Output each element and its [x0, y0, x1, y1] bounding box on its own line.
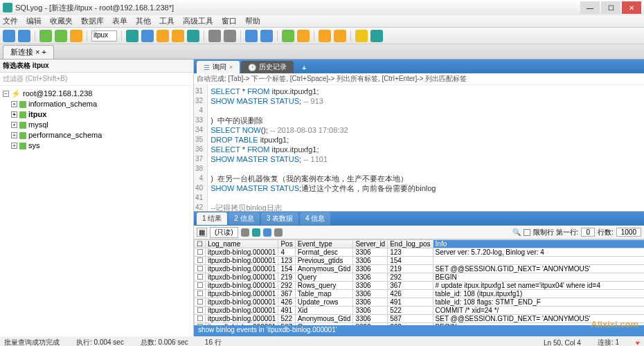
- table-row[interactable]: itpuxdb-binlog.000001123Previous_gtids33…: [195, 257, 645, 265]
- search-icon[interactable]: 🔍: [512, 228, 521, 236]
- connection-tab[interactable]: 新连接 × +: [3, 45, 54, 59]
- users-icon[interactable]: [126, 30, 138, 42]
- status-rows: 16 行: [205, 338, 222, 346]
- status-conn: 连接: 1: [598, 338, 619, 346]
- filter-label: 筛选表格 itpux: [3, 61, 49, 71]
- status-pos: Ln 50, Col 4: [544, 339, 581, 347]
- new-query-icon[interactable]: [18, 30, 30, 42]
- export-icon[interactable]: [252, 228, 260, 237]
- menu-favorites[interactable]: 收藏夹: [50, 16, 73, 26]
- backup-icon[interactable]: [156, 30, 169, 42]
- status-done: 批量查询成功完成: [4, 338, 60, 346]
- query-builder-icon[interactable]: [224, 30, 236, 42]
- filter-input[interactable]: 过滤器 (Ctrl+Shift+B): [0, 73, 193, 86]
- sync-icon[interactable]: [297, 30, 310, 42]
- object-browser: 筛选表格 itpux 过滤器 (Ctrl+Shift+B) −⚡root@192…: [0, 60, 194, 336]
- tree-db-sys[interactable]: +sys: [3, 140, 190, 151]
- tool-icon[interactable]: [241, 228, 249, 237]
- menu-window[interactable]: 窗口: [222, 16, 237, 26]
- close-button[interactable]: ✕: [622, 1, 641, 14]
- close-icon[interactable]: ×: [35, 48, 39, 56]
- menu-bar: 文件 编辑 收藏夹 数据库 表单 其他 工具 高级工具 窗口 帮助: [0, 15, 644, 28]
- app-icon: [3, 3, 12, 12]
- data2-icon[interactable]: [260, 30, 273, 42]
- table-row[interactable]: itpuxdb-binlog.000001219Query3306292BEGI…: [195, 273, 645, 282]
- count-label: 行数:: [598, 228, 614, 237]
- import-icon[interactable]: [172, 30, 184, 42]
- window-title: SQLyog - [新连接/itpux - root@192.168.1.238…: [15, 3, 579, 13]
- query-status: show binlog events in 'itpuxdb-binlog.00…: [194, 325, 644, 336]
- refresh-icon[interactable]: [282, 30, 294, 42]
- toolbar: itpux: [0, 28, 644, 44]
- schema-tree: −⚡root@192.168.1.238 +information_schema…: [0, 86, 193, 336]
- limit-label: 限制行 第一行:: [533, 228, 579, 237]
- limit-checkbox[interactable]: [524, 229, 530, 236]
- table-row[interactable]: itpuxdb-binlog.000001292Rows_query330636…: [195, 282, 645, 290]
- tab-query[interactable]: ☰询问×: [197, 61, 240, 73]
- readonly-select[interactable]: (只读): [210, 227, 238, 238]
- menu-table[interactable]: 表单: [112, 16, 127, 26]
- export-icon[interactable]: [187, 30, 199, 42]
- tab-add[interactable]: +: [295, 63, 313, 73]
- menu-advtools[interactable]: 高级工具: [183, 16, 213, 26]
- status-exec: 执行: 0.004 sec: [76, 338, 124, 346]
- menu-edit[interactable]: 编辑: [26, 16, 42, 26]
- format-icon[interactable]: [70, 30, 82, 42]
- menu-other[interactable]: 其他: [136, 16, 151, 26]
- window-buttons: — ☐ ✕: [579, 1, 641, 14]
- status-bar: 批量查询成功完成 执行: 0.004 sec 总数: 0.006 sec 16 …: [0, 336, 644, 346]
- plus-icon[interactable]: +: [42, 48, 46, 56]
- menu-database[interactable]: 数据库: [81, 16, 104, 26]
- calendar-icon[interactable]: [370, 30, 383, 42]
- execute-icon[interactable]: [39, 30, 52, 42]
- new-connection-icon[interactable]: [3, 30, 15, 42]
- paste-icon[interactable]: [334, 30, 346, 42]
- tab-result-1[interactable]: 1 结果: [197, 212, 227, 225]
- table-row[interactable]: itpuxdb-binlog.000001367Table_map3306426…: [195, 290, 645, 298]
- row-count-input[interactable]: 1000: [616, 228, 641, 237]
- tree-db-itpux[interactable]: +itpux: [3, 109, 190, 120]
- minimize-button[interactable]: —: [580, 1, 600, 14]
- titlebar: SQLyog - [新连接/itpux - root@192.168.1.238…: [0, 0, 644, 15]
- sort-icon[interactable]: [274, 228, 283, 237]
- tab-result-4[interactable]: 4 信息: [300, 212, 330, 225]
- result-grid[interactable]: ☐Log_namePosEvent_typeServer_idEnd_log_p…: [194, 239, 644, 325]
- table-row[interactable]: itpuxdb-binlog.000001426Update_rows33064…: [195, 298, 645, 307]
- maximize-button[interactable]: ☐: [601, 1, 620, 14]
- data-icon[interactable]: [245, 30, 258, 42]
- copy-icon[interactable]: [319, 30, 331, 42]
- execute-all-icon[interactable]: [55, 30, 67, 42]
- result-toolbar: ▦ (只读) 🔍 限制行 第一行: 0 行数: 1000: [194, 226, 644, 239]
- menu-tools[interactable]: 工具: [159, 16, 175, 26]
- menu-file[interactable]: 文件: [3, 16, 18, 26]
- menu-help[interactable]: 帮助: [245, 16, 260, 26]
- database-select[interactable]: itpux: [91, 30, 117, 42]
- table-row[interactable]: itpuxdb-binlog.000001522Anonymous_Gtid33…: [195, 315, 645, 323]
- close-icon[interactable]: ×: [229, 64, 233, 71]
- table-row[interactable]: itpuxdb-binlog.000001491Xid3306522COMMIT…: [195, 307, 645, 315]
- query-tabs: ☰询问× 🕑历史记录 +: [194, 60, 644, 73]
- first-row-input[interactable]: 0: [581, 228, 595, 237]
- status-total: 总数: 0.006 sec: [141, 338, 188, 346]
- schema-icon[interactable]: [208, 30, 221, 42]
- tree-root[interactable]: −⚡root@192.168.1.238: [3, 89, 190, 99]
- autocomplete-hint: 自动完成: [Tab]-> 下一个标签, [Ctrl+Space]-> 列出所有…: [194, 73, 644, 85]
- tree-db-performance-schema[interactable]: +performance_schema: [3, 130, 190, 140]
- tab-history[interactable]: 🕑历史记录: [241, 61, 294, 73]
- tab-result-3[interactable]: 3 表数据: [261, 212, 298, 225]
- schedule-icon[interactable]: [355, 30, 368, 42]
- table-row[interactable]: itpuxdb-binlog.000001154Anonymous_Gtid33…: [195, 265, 645, 273]
- db-icon[interactable]: [141, 30, 154, 42]
- result-tabs: 1 结果 2 信息 3 表数据 4 信息: [194, 212, 644, 226]
- connection-tabs: 新连接 × +: [0, 44, 644, 60]
- filter-icon[interactable]: [263, 228, 271, 237]
- sql-editor[interactable]: 3132433343536373844041424344454647484950…: [194, 85, 644, 212]
- table-row[interactable]: itpuxdb-binlog.0000014Format_desc3306123…: [195, 248, 645, 257]
- tab-result-2[interactable]: 2 信息: [229, 212, 259, 225]
- logo: ♥: [636, 339, 640, 347]
- tree-db-mysql[interactable]: +mysql: [3, 120, 190, 130]
- tree-db-information-schema[interactable]: +information_schema: [3, 99, 190, 109]
- grid-view-icon[interactable]: ▦: [197, 228, 207, 237]
